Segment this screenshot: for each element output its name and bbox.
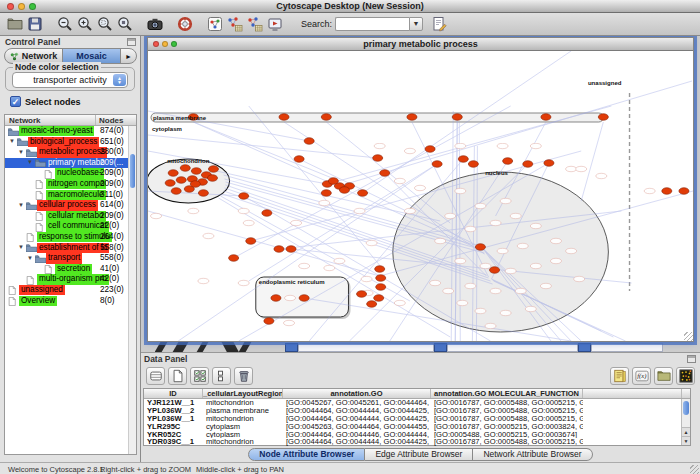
- tree-row-establishment-of-lo[interactable]: ▼establishment of lo558(0): [5, 243, 136, 254]
- tree-row-label: mosaic-demo-yeast: [19, 126, 94, 136]
- tree-expander-icon[interactable]: ▼: [18, 202, 24, 208]
- scroll-up-arrow-icon[interactable]: ▲: [682, 427, 690, 436]
- table-column-header[interactable]: _cellularLayoutRegion: [203, 389, 283, 398]
- tree-row-nucleobase-[interactable]: nucleobase-209(0): [5, 168, 136, 179]
- tree-scrollbar[interactable]: [128, 126, 136, 454]
- tab-mosaic[interactable]: Mosaic: [62, 49, 121, 63]
- help-button[interactable]: [175, 14, 195, 34]
- network-view-manager-button[interactable]: [205, 14, 225, 34]
- attribute-list-button[interactable]: [610, 367, 629, 385]
- scroll-down-arrow-icon[interactable]: ▼: [682, 436, 690, 445]
- folder-icon: [35, 159, 46, 167]
- window-resize-grip[interactable]: [684, 332, 693, 341]
- tree-row-cellular-metabo[interactable]: cellular metabo209(0): [5, 211, 136, 222]
- zoom-selected-button[interactable]: [95, 14, 115, 34]
- table-row[interactable]: YJR121W__1mitochondrion[GO:0045267, GO:0…: [144, 399, 690, 407]
- snapshot-button[interactable]: [145, 14, 165, 34]
- table-column-header[interactable]: [583, 389, 682, 398]
- table-scrollbar[interactable]: ▲ ▼: [681, 399, 690, 445]
- zoom-in-button[interactable]: [75, 14, 95, 34]
- select-nodes-checkbox[interactable]: ✓: [10, 96, 21, 107]
- network-window-titlebar[interactable]: primary metabolic process: [148, 38, 693, 51]
- tree-row-label: metabolic process: [37, 147, 107, 157]
- tree-expander-icon[interactable]: ▼: [27, 255, 33, 261]
- tree-expander-icon[interactable]: ▼: [9, 138, 15, 144]
- file-icon: [35, 180, 43, 189]
- folder-icon: [17, 138, 28, 146]
- tree-row-secretion[interactable]: secretion41(0): [5, 264, 136, 275]
- tree-expander-icon[interactable]: ▼: [18, 244, 24, 250]
- data-panel-title: Data Panel: [144, 354, 187, 364]
- tree-expander-icon[interactable]: ▼: [18, 149, 24, 155]
- table-cell: [583, 407, 682, 415]
- table-row[interactable]: YPL036W__1mitochondrion[GO:0044464, GO:0…: [144, 415, 690, 423]
- tree-row-biological-process[interactable]: ▼biological_process651(0): [5, 137, 136, 148]
- unselect-all-attributes-button[interactable]: [212, 367, 231, 385]
- zoom-out-button[interactable]: [55, 14, 75, 34]
- background-window-fragment[interactable]: [447, 343, 578, 352]
- tree-row-cellular-process[interactable]: ▼cellular process614(0): [5, 200, 136, 211]
- tab-edge-attribute-browser[interactable]: Edge Attribute Browser: [365, 448, 473, 461]
- function-builder-button[interactable]: f(x): [632, 367, 651, 385]
- tree-row-label: establishment of lo: [37, 243, 109, 253]
- search-input[interactable]: [335, 17, 409, 31]
- table-row[interactable]: YLR295Ccytoplasm[GO:0045263, GO:0044464,…: [144, 423, 690, 431]
- node-color-dropdown[interactable]: transporter activity ▲▼: [12, 72, 128, 88]
- annotation-tool-1-button[interactable]: [225, 14, 245, 34]
- tree-row-unassigned[interactable]: unassigned223(0): [5, 285, 136, 296]
- table-row[interactable]: YPL036W__2plasma membrane[GO:0044464, GO…: [144, 407, 690, 415]
- plasma-membrane-region[interactable]: [151, 113, 603, 122]
- heatmap-button[interactable]: [676, 367, 695, 385]
- tree-row-mosaic-demo-yeast[interactable]: mosaic-demo-yeast874(0): [5, 126, 136, 137]
- background-window-fragment[interactable]: [434, 343, 447, 352]
- tree-row-cell-communicat[interactable]: cell communicat22(0): [5, 221, 136, 232]
- tree-row-metabolic-process[interactable]: ▼metabolic process280(0): [5, 147, 136, 158]
- tree-column-network[interactable]: Network: [5, 115, 96, 125]
- network-canvas[interactable]: plasma membranecytoplasmmitochondrionnuc…: [148, 51, 693, 341]
- tab-node-attribute-browser[interactable]: Node Attribute Browser: [248, 448, 365, 461]
- network-window-title: primary metabolic process: [148, 38, 693, 50]
- tree-row-multi-organism-pro[interactable]: multi-organism pro42(0): [5, 274, 136, 285]
- annotation-tool-2-button[interactable]: [245, 14, 265, 34]
- tree-row-label: unassigned: [19, 285, 65, 295]
- tree-row-response-to-stimulu[interactable]: response to stimulu264(0): [5, 232, 136, 243]
- table-row[interactable]: YDR039C__1mitochondrion[GO:0044464, GO:0…: [144, 438, 690, 446]
- tab-network-label: Network: [22, 51, 58, 61]
- attribute-create-button[interactable]: [168, 367, 187, 385]
- tab-network[interactable]: Network: [5, 49, 62, 63]
- table-column-header[interactable]: annotation.GO CELLULAR_COMPONENT: [283, 389, 431, 398]
- tree-scrollbar-thumb[interactable]: [130, 154, 135, 188]
- attribute-delete-button[interactable]: [234, 367, 253, 385]
- search-dropdown-arrow-icon[interactable]: ▼: [409, 17, 423, 31]
- zoom-fit-button[interactable]: [115, 14, 135, 34]
- tree-row-overview[interactable]: Overview8(0): [5, 296, 136, 307]
- tree-expander-icon[interactable]: ▼: [27, 159, 33, 165]
- table-column-header[interactable]: ID: [144, 389, 203, 398]
- background-window-fragment[interactable]: [591, 343, 663, 352]
- tree-row-node-count: 264(0): [100, 232, 124, 242]
- attribute-select-button[interactable]: [146, 367, 165, 385]
- table-scrollbar-thumb[interactable]: [683, 401, 689, 415]
- float-panel-icon[interactable]: [687, 355, 696, 363]
- tree-row-transport[interactable]: ▼transport558(0): [5, 253, 136, 264]
- tree-row-nitrogen-compo[interactable]: nitrogen compo209(0): [5, 179, 136, 190]
- tree-row-primary-metabo[interactable]: ▼primary metabo209(...: [5, 158, 136, 169]
- table-row[interactable]: YKR052Ccytoplasm[GO:0044464, GO:0044446,…: [144, 431, 690, 439]
- background-window-fragment[interactable]: [298, 343, 434, 352]
- tab-overflow-arrow-icon[interactable]: ►: [121, 49, 136, 63]
- vizmapper-button[interactable]: [265, 14, 285, 34]
- save-session-button[interactable]: [25, 14, 45, 34]
- tree-row-macromolecule[interactable]: macromolecule311(0): [5, 190, 136, 201]
- app-resize-grip[interactable]: [690, 465, 699, 474]
- import-attributes-button[interactable]: [654, 367, 673, 385]
- table-column-header[interactable]: annotation.GO MOLECULAR_FUNCTION: [431, 389, 583, 398]
- status-zoom-hint: Right-click + drag to ZOOM: [100, 465, 191, 474]
- select-all-attributes-button[interactable]: [190, 367, 209, 385]
- background-window-fragment[interactable]: [578, 343, 591, 352]
- float-panel-icon[interactable]: [127, 38, 136, 46]
- tree-column-nodes[interactable]: Nodes: [96, 115, 136, 125]
- search-settings-button[interactable]: [429, 14, 449, 34]
- tab-network-attribute-browser[interactable]: Network Attribute Browser: [473, 448, 592, 461]
- open-file-button[interactable]: [5, 14, 25, 34]
- background-window-fragment[interactable]: [285, 343, 298, 352]
